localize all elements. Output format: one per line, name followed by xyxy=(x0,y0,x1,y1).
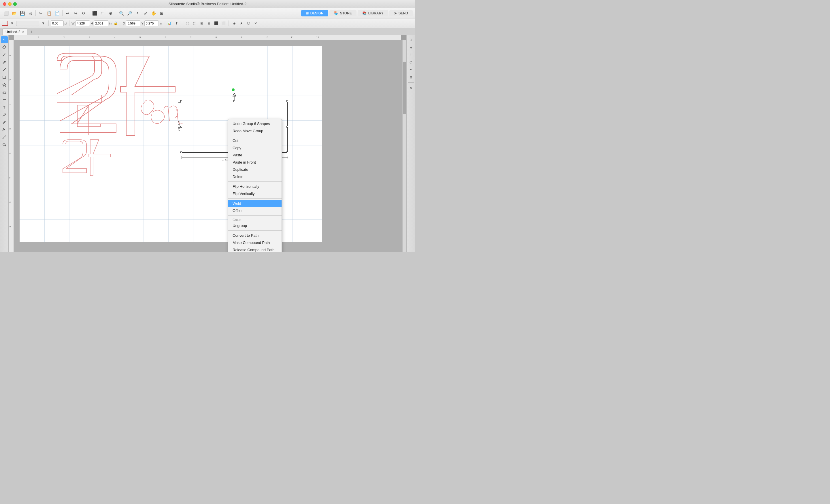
measure-tool-button[interactable] xyxy=(1,96,8,103)
save-button[interactable]: 💾 xyxy=(19,10,26,17)
ctx-redo[interactable]: Redo Move Group xyxy=(228,127,282,134)
vertical-scrollbar[interactable] xyxy=(402,40,406,252)
group-button[interactable]: ⊞ xyxy=(198,20,205,27)
width-input[interactable] xyxy=(75,21,90,26)
chart-button[interactable]: 📊 xyxy=(166,20,172,27)
eraser-tool-button[interactable] xyxy=(1,89,8,96)
move-button[interactable]: ⤢ xyxy=(142,10,149,17)
ctx-flip-v[interactable]: Flip Vertically xyxy=(228,190,282,197)
rpanel-star-button[interactable]: ✦ xyxy=(408,66,414,73)
add-tab-button[interactable]: + xyxy=(29,29,34,35)
rotation-input[interactable] xyxy=(51,21,64,26)
ctx-make-compound[interactable]: Make Compound Path xyxy=(228,239,282,246)
cut-button[interactable]: ✂ xyxy=(37,10,45,17)
hand-button[interactable]: ✋ xyxy=(150,10,157,17)
zoom-tool-button[interactable] xyxy=(1,141,8,148)
ctx-release-compound[interactable]: Release Compound Path xyxy=(228,246,282,252)
ruler-tool-button[interactable] xyxy=(1,134,8,140)
deselect-button[interactable]: ⬚ xyxy=(99,10,106,17)
ctx-duplicate[interactable]: Duplicate xyxy=(228,166,282,173)
style2-button[interactable]: ★ xyxy=(238,20,245,27)
line-dropdown[interactable]: ▼ xyxy=(40,20,46,27)
flip-v-icon-button[interactable]: ⬚ xyxy=(191,20,198,27)
line-tool-button[interactable] xyxy=(1,66,8,73)
height-input[interactable] xyxy=(94,21,108,26)
ctx-delete[interactable]: Delete xyxy=(228,173,282,180)
tab-store[interactable]: 🏪 STORE xyxy=(329,10,356,16)
ctx-copy[interactable]: Copy xyxy=(228,144,282,152)
paste-button[interactable]: 📄 xyxy=(53,10,61,17)
rect-tool-button[interactable] xyxy=(1,74,8,81)
design-canvas[interactable]: 2.051 in ← 4.228 in → xyxy=(14,40,406,252)
rpanel-add-button[interactable]: ⊞ xyxy=(408,74,414,81)
tab-send[interactable]: ➤ SEND xyxy=(389,10,413,16)
select-all-button[interactable]: ⬛ xyxy=(91,10,98,17)
selection-mode-button[interactable]: ⊕ xyxy=(107,10,115,17)
handle-br[interactable] xyxy=(286,152,288,153)
transform-button[interactable]: ⟳ xyxy=(80,10,88,17)
lock-aspect-button[interactable]: 🔒 xyxy=(113,20,119,27)
maximize-window-button[interactable] xyxy=(13,2,17,6)
pen-tool-button[interactable] xyxy=(1,59,8,66)
print-button[interactable]: 🖨 xyxy=(27,10,34,17)
flip-h-icon-button[interactable]: ⬚ xyxy=(184,20,191,27)
handle-tm[interactable] xyxy=(233,100,235,102)
document-tab[interactable]: Untitled-2 ✕ xyxy=(2,29,27,35)
pencil-tool-button[interactable] xyxy=(1,51,8,58)
minimize-window-button[interactable] xyxy=(8,2,11,6)
stroke-dropdown[interactable]: ▼ xyxy=(9,20,15,27)
add-button[interactable]: ⊞ xyxy=(158,10,165,17)
select-tool-button[interactable]: ↖ xyxy=(1,36,8,43)
ungroup-button[interactable]: ⊟ xyxy=(206,20,212,27)
y-input[interactable] xyxy=(145,21,159,26)
fill-color-swatch[interactable] xyxy=(2,21,8,26)
ctx-paste[interactable]: Paste xyxy=(228,152,282,159)
x-input[interactable] xyxy=(126,21,140,26)
close-window-button[interactable] xyxy=(3,2,6,6)
open-button[interactable]: 📂 xyxy=(10,10,18,17)
star-tool-button[interactable] xyxy=(1,81,8,88)
ctx-flip-h[interactable]: Flip Horizontally xyxy=(228,183,282,190)
edit-text-tool-button[interactable] xyxy=(1,111,8,118)
handle-tl[interactable] xyxy=(181,100,182,102)
front-button[interactable]: ⬛ xyxy=(213,20,219,27)
style3-button[interactable]: ⬡ xyxy=(245,20,252,27)
style-group: ◈ ★ ⬡ ✕ xyxy=(231,20,259,27)
close-panel-button[interactable]: ✕ xyxy=(252,20,259,27)
zoom-out-button[interactable]: 🔍 xyxy=(118,10,125,17)
tab-design[interactable]: ⊞ DESIGN xyxy=(301,10,328,16)
rpanel-grid-button[interactable]: ⊞ xyxy=(408,36,414,43)
rpanel-diamond-button[interactable]: ◈ xyxy=(408,44,414,51)
undo-button[interactable]: ↩ xyxy=(64,10,71,17)
line-style-preview[interactable] xyxy=(16,21,39,26)
text-tool-button[interactable]: T xyxy=(1,104,8,110)
scrollbar-thumb[interactable] xyxy=(403,62,406,114)
handle-mr[interactable] xyxy=(286,126,288,128)
style1-button[interactable]: ◈ xyxy=(231,20,237,27)
tab-close-button[interactable]: ✕ xyxy=(22,30,24,33)
ctx-weld[interactable]: Weld xyxy=(228,200,282,207)
tab-library[interactable]: 📚 LIBRARY xyxy=(358,10,388,16)
align-button[interactable]: ⬆ xyxy=(173,20,180,27)
copy-button[interactable]: 📋 xyxy=(45,10,53,17)
new-button[interactable]: ⬜ xyxy=(2,10,10,17)
handle-bl[interactable] xyxy=(181,152,182,153)
redo-button[interactable]: ↪ xyxy=(72,10,79,17)
handle-tr[interactable] xyxy=(286,100,288,102)
rpanel-hex-button[interactable]: ⬡ xyxy=(408,59,414,66)
rpanel-close-button[interactable]: ✕ xyxy=(408,85,414,91)
rotation-handle[interactable] xyxy=(232,93,236,98)
ctx-offset[interactable]: Offset xyxy=(228,207,282,214)
ctx-convert-path[interactable]: Convert to Path xyxy=(228,232,282,239)
ctx-ungroup[interactable]: Ungroup xyxy=(228,222,282,229)
paint-tool-button[interactable] xyxy=(1,126,8,133)
ctx-paste-front[interactable]: Paste in Front xyxy=(228,159,282,166)
rpanel-more1-button[interactable]: ⋮ xyxy=(408,51,414,58)
ctx-cut[interactable]: Cut xyxy=(228,137,282,144)
zoom-fit-button[interactable]: ⌖ xyxy=(134,10,141,17)
ctx-undo[interactable]: Undo Group 6 Shapes xyxy=(228,120,282,127)
back-button[interactable]: ⬜ xyxy=(220,20,226,27)
knife-tool-button[interactable] xyxy=(1,119,8,126)
node-tool-button[interactable] xyxy=(1,44,8,51)
zoom-in-button[interactable]: 🔎 xyxy=(126,10,133,17)
